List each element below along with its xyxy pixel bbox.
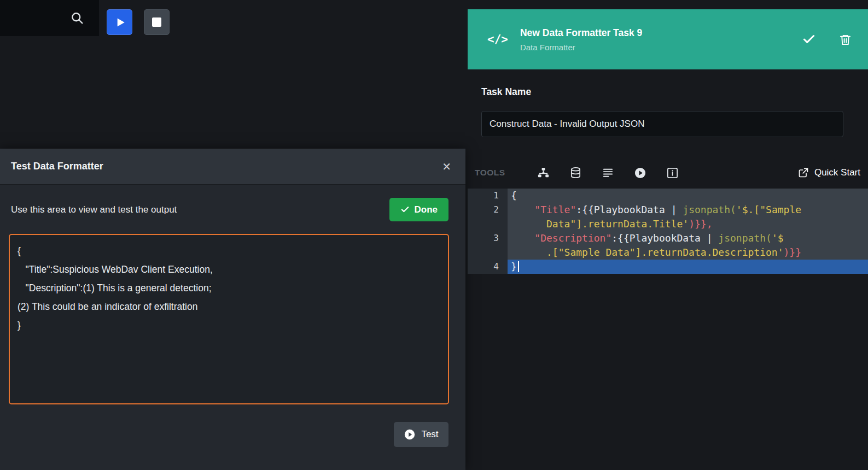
task-panel-titles: New Data Formatter Task 9 Data Formatter [520, 27, 790, 52]
code-line-4[interactable]: 4} [468, 260, 868, 274]
task-name-input[interactable] [481, 111, 843, 137]
tools-icons [537, 167, 679, 179]
text-lines-icon[interactable] [602, 167, 614, 179]
task-panel-actions [802, 32, 852, 46]
line-number: 4 [468, 260, 508, 274]
line-number: 3 [468, 231, 508, 260]
stop-icon [152, 17, 161, 27]
tools-row: TOOLS Quick Start [475, 160, 860, 185]
task-title: New Data Formatter Task 9 [520, 27, 790, 39]
trash-icon[interactable] [839, 33, 852, 46]
confirm-check-icon[interactable] [802, 32, 816, 46]
app-root: Test Data Formatter ✕ Use this area to v… [0, 0, 868, 470]
task-name-label: Task Name [481, 86, 531, 98]
output-textarea[interactable]: { "Title":Suspicious WebDav Client Execu… [9, 234, 449, 404]
code-line-2[interactable]: 2 "Title":{{PlaybookData | jsonpath('$.[… [468, 203, 868, 231]
done-button[interactable]: Done [389, 198, 449, 221]
text-cursor [518, 261, 519, 272]
play-button[interactable] [107, 9, 132, 35]
code-content: } [508, 260, 868, 274]
code-lines: 1{2 "Title":{{PlaybookData | jsonpath('$… [468, 189, 868, 274]
close-icon[interactable]: ✕ [442, 161, 451, 172]
done-button-label: Done [415, 204, 438, 215]
task-panel-header: </> New Data Formatter Task 9 Data Forma… [468, 9, 868, 69]
instruction-row: Use this area to view and test the outpu… [11, 198, 448, 221]
sitemap-icon[interactable] [537, 167, 550, 179]
quick-start-button[interactable]: Quick Start [798, 167, 860, 178]
modal-header: Test Data Formatter ✕ [0, 149, 465, 185]
code-line-3[interactable]: 3 "Description":{{PlaybookData | jsonpat… [468, 231, 868, 260]
test-button-label: Test [421, 429, 438, 440]
tools-label: TOOLS [475, 168, 505, 178]
code-content: { [508, 189, 868, 203]
instruction-text: Use this area to view and test the outpu… [11, 204, 177, 215]
test-data-formatter-modal: Test Data Formatter ✕ Use this area to v… [0, 149, 465, 470]
play-circle-icon [404, 428, 416, 440]
task-subtitle: Data Formatter [520, 43, 790, 52]
external-link-icon [798, 167, 809, 178]
code-line-1[interactable]: 1{ [468, 189, 868, 203]
info-icon[interactable] [666, 167, 679, 179]
search-bar[interactable] [0, 0, 99, 36]
stop-button[interactable] [144, 9, 170, 35]
code-editor[interactable]: 1{2 "Title":{{PlaybookData | jsonpath('$… [468, 189, 868, 274]
search-icon[interactable] [69, 10, 85, 26]
line-number: 2 [468, 203, 508, 231]
play-circle-icon[interactable] [634, 167, 646, 179]
play-icon [113, 15, 127, 30]
code-content: "Title":{{PlaybookData | jsonpath('$.["S… [508, 203, 868, 231]
test-button[interactable]: Test [394, 422, 448, 447]
code-icon: </> [487, 33, 508, 46]
check-icon [400, 205, 410, 214]
quick-start-label: Quick Start [814, 167, 860, 178]
code-content: "Description":{{PlaybookData | jsonpath(… [508, 231, 868, 260]
modal-title: Test Data Formatter [11, 161, 103, 172]
database-icon[interactable] [569, 167, 582, 179]
line-number: 1 [468, 189, 508, 203]
